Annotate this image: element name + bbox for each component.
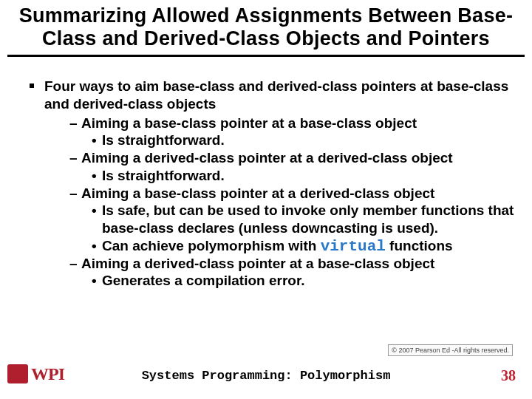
main-intro-text: Four ways to aim base-class and derived-… — [44, 78, 508, 112]
leaf-3-1: • Is safe, but can be used to invoke onl… — [92, 202, 516, 237]
leaf-1-1: • Is straightforward. — [92, 132, 516, 149]
leaf-2-1-text: Is straightforward. — [102, 167, 516, 185]
sub-item-4-text: Aiming a derived-class pointer at a base… — [81, 255, 434, 273]
sub-item-1-children: • Is straightforward. — [69, 132, 516, 149]
footer-title: Systems Programming: Polymorphism — [0, 369, 532, 383]
sub-item-4-children: • Generates a compilation error. — [69, 272, 516, 290]
dot-icon: • — [92, 167, 102, 185]
sub-item-1-text: Aiming a base-class pointer at a base-cl… — [81, 115, 417, 132]
dot-icon: • — [92, 202, 102, 219]
footer: WPI Systems Programming: Polymorphism 38 — [0, 361, 532, 386]
slide: Summarizing Allowed Assignments Between … — [0, 0, 532, 399]
sub-item-3-text: Aiming a base-class pointer at a derived… — [81, 185, 434, 202]
title-line-1: Summarizing Allowed Assignments Between … — [19, 4, 514, 27]
bullet-level-1: Four ways to aim base-class and derived-… — [30, 78, 516, 290]
sub-item-3: – Aiming a base-class pointer at a deriv… — [69, 185, 516, 202]
dot-icon: • — [92, 132, 102, 149]
leaf-4-1-text: Generates a compilation error. — [102, 272, 516, 290]
keyword-virtual: virtual — [321, 238, 386, 255]
sub-item-2: – Aiming a derived-class pointer at a de… — [69, 149, 516, 167]
leaf-3-1-text: Is safe, but can be used to invoke only … — [102, 202, 516, 237]
slide-title: Summarizing Allowed Assignments Between … — [0, 0, 532, 53]
sub-item-2-children: • Is straightforward. — [69, 167, 516, 185]
sub-item-1: – Aiming a base-class pointer at a base-… — [69, 115, 516, 132]
dash-icon: – — [69, 149, 81, 167]
sub-list: – Aiming a base-class pointer at a base-… — [44, 115, 516, 290]
dot-icon: • — [92, 237, 102, 255]
leaf-3-2-text: Can achieve polymorphism with virtual fu… — [102, 237, 516, 255]
leaf-1-1-text: Is straightforward. — [102, 132, 516, 149]
slide-body: Four ways to aim base-class and derived-… — [0, 57, 532, 297]
dash-icon: – — [69, 255, 81, 273]
leaf-2-1: • Is straightforward. — [92, 167, 516, 185]
leaf-4-1: • Generates a compilation error. — [92, 272, 516, 290]
sub-item-2-text: Aiming a derived-class pointer at a deri… — [81, 149, 453, 167]
copyright-notice: © 2007 Pearson Ed -All rights reserved. — [388, 344, 513, 356]
leaf-3-2: • Can achieve polymorphism with virtual … — [92, 237, 516, 255]
bullet-content: Four ways to aim base-class and derived-… — [44, 78, 516, 290]
sub-item-4: – Aiming a derived-class pointer at a ba… — [69, 255, 516, 273]
page-number: 38 — [501, 367, 516, 384]
square-bullet-icon — [30, 83, 34, 88]
dash-icon: – — [69, 115, 81, 132]
leaf-3-2-pre: Can achieve polymorphism with — [102, 238, 321, 253]
dot-icon: • — [92, 272, 102, 290]
title-line-2: Class and Derived-Class Objects and Poin… — [42, 27, 490, 50]
leaf-3-2-post: functions — [386, 238, 453, 253]
dash-icon: – — [69, 185, 81, 202]
sub-item-3-children: • Is safe, but can be used to invoke onl… — [69, 202, 516, 254]
